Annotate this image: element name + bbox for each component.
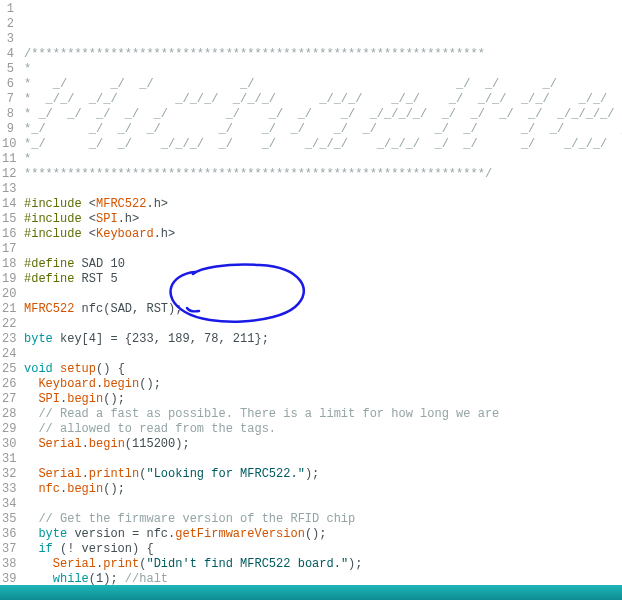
code-line[interactable]: * _/_/ _/_/ _/_/_/ _/_/_/ _/_/_/ _/_/ _/…: [24, 92, 622, 107]
code-line[interactable]: *: [24, 62, 622, 77]
code-line[interactable]: if (! version) {: [24, 542, 622, 557]
code-line[interactable]: Serial.begin(115200);: [24, 437, 622, 452]
line-number: 38: [2, 557, 14, 572]
code-line[interactable]: *_/ _/ _/ _/_/_/ _/ _/ _/_/_/ _/_/_/ _/ …: [24, 137, 622, 152]
code-line[interactable]: [24, 347, 622, 362]
code-line[interactable]: // allowed to read from the tags.: [24, 422, 622, 437]
line-number: 16: [2, 227, 14, 242]
code-line[interactable]: [24, 182, 622, 197]
line-number: 18: [2, 257, 14, 272]
line-number: 20: [2, 287, 14, 302]
line-number-gutter: 1234567891011121314151617181920212223242…: [0, 0, 20, 585]
line-number: 30: [2, 437, 14, 452]
line-number: 6: [2, 77, 14, 92]
line-number: 5: [2, 62, 14, 77]
line-number: 26: [2, 377, 14, 392]
line-number: 35: [2, 512, 14, 527]
code-line[interactable]: #define SAD 10: [24, 257, 622, 272]
line-number: 9: [2, 122, 14, 137]
line-number: 34: [2, 497, 14, 512]
line-number: 27: [2, 392, 14, 407]
line-number: 19: [2, 272, 14, 287]
code-line[interactable]: * _/ _/ _/ _/ _/ _/ _/ _/ _/ _/_/_/_/ _/…: [24, 107, 622, 122]
code-area[interactable]: /***************************************…: [20, 0, 622, 585]
line-number: 21: [2, 302, 14, 317]
line-number: 28: [2, 407, 14, 422]
code-line[interactable]: // Read a fast as possible. There is a l…: [24, 407, 622, 422]
code-line[interactable]: [24, 317, 622, 332]
line-number: 17: [2, 242, 14, 257]
code-line[interactable]: SPI.begin();: [24, 392, 622, 407]
code-line[interactable]: *: [24, 152, 622, 167]
code-line[interactable]: #define RST 5: [24, 272, 622, 287]
line-number: 13: [2, 182, 14, 197]
line-number: 14: [2, 197, 14, 212]
code-line[interactable]: [24, 497, 622, 512]
line-number: 7: [2, 92, 14, 107]
line-number: 32: [2, 467, 14, 482]
code-line[interactable]: [24, 287, 622, 302]
code-line[interactable]: [24, 452, 622, 467]
code-line[interactable]: byte version = nfc.getFirmwareVersion();: [24, 527, 622, 542]
line-number: 4: [2, 47, 14, 62]
line-number: 12: [2, 167, 14, 182]
line-number: 29: [2, 422, 14, 437]
code-line[interactable]: // Get the firmware version of the RFID …: [24, 512, 622, 527]
code-line[interactable]: #include <MFRC522.h>: [24, 197, 622, 212]
code-line[interactable]: byte key[4] = {233, 189, 78, 211};: [24, 332, 622, 347]
line-number: 25: [2, 362, 14, 377]
code-editor[interactable]: 1234567891011121314151617181920212223242…: [0, 0, 622, 585]
line-number: 2: [2, 17, 14, 32]
code-line[interactable]: while(1); //halt: [24, 572, 622, 585]
line-number: 37: [2, 542, 14, 557]
code-line[interactable]: /***************************************…: [24, 47, 622, 62]
code-line[interactable]: #include <SPI.h>: [24, 212, 622, 227]
line-number: 23: [2, 332, 14, 347]
line-number: 36: [2, 527, 14, 542]
code-line[interactable]: ****************************************…: [24, 167, 622, 182]
line-number: 10: [2, 137, 14, 152]
line-number: 33: [2, 482, 14, 497]
code-line[interactable]: Serial.print("Didn't find MFRC522 board.…: [24, 557, 622, 572]
code-line[interactable]: Serial.println("Looking for MFRC522.");: [24, 467, 622, 482]
line-number: 15: [2, 212, 14, 227]
line-number: 11: [2, 152, 14, 167]
code-line[interactable]: MFRC522 nfc(SAD, RST);: [24, 302, 622, 317]
code-line[interactable]: void setup() {: [24, 362, 622, 377]
code-line[interactable]: Keyboard.begin();: [24, 377, 622, 392]
line-number: 39: [2, 572, 14, 585]
line-number: 31: [2, 452, 14, 467]
code-line[interactable]: [24, 242, 622, 257]
status-bar: [0, 585, 622, 600]
code-line[interactable]: * _/ _/ _/ _/ _/ _/ _/ _/ _/: [24, 77, 622, 92]
line-number: 24: [2, 347, 14, 362]
code-line[interactable]: *_/ _/ _/ _/ _/ _/ _/ _/ _/ _/ _/ _/ _/ …: [24, 122, 622, 137]
code-line[interactable]: #include <Keyboard.h>: [24, 227, 622, 242]
line-number: 22: [2, 317, 14, 332]
code-line[interactable]: nfc.begin();: [24, 482, 622, 497]
line-number: 1: [2, 2, 14, 17]
line-number: 8: [2, 107, 14, 122]
line-number: 3: [2, 32, 14, 47]
